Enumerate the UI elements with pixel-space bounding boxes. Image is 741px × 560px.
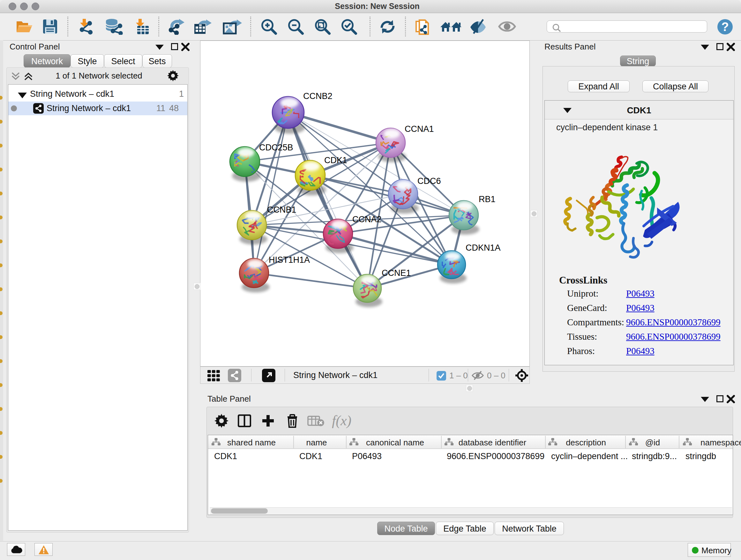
svg-text:CCNA1: CCNA1 bbox=[405, 124, 434, 134]
svg-text:RB1: RB1 bbox=[479, 194, 495, 204]
svg-text:HIST1H1A: HIST1H1A bbox=[269, 255, 310, 265]
svg-text:CCNA2: CCNA2 bbox=[352, 214, 382, 224]
svg-text:CDC25B: CDC25B bbox=[259, 143, 293, 152]
svg-text:CCNE1: CCNE1 bbox=[382, 268, 411, 278]
svg-text:CDKN1A: CDKN1A bbox=[466, 243, 501, 253]
svg-text:CDK1: CDK1 bbox=[324, 155, 347, 165]
svg-text:CDC6: CDC6 bbox=[417, 176, 441, 186]
svg-text:CCNB2: CCNB2 bbox=[303, 91, 333, 101]
svg-text:CCNB1: CCNB1 bbox=[267, 205, 296, 214]
svg-text:?: ? bbox=[721, 20, 729, 34]
